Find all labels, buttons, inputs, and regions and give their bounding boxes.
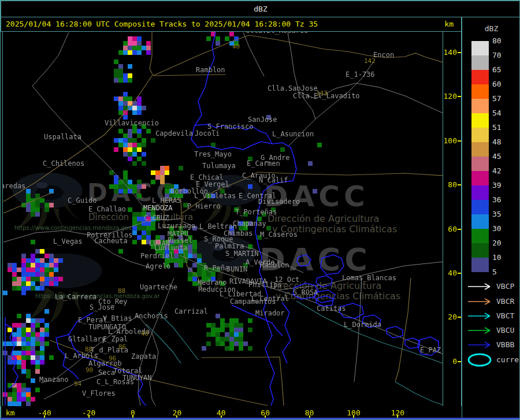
legend-swatch — [471, 157, 489, 171]
legend-swatch — [471, 243, 489, 258]
legend-panel: dBZ 807065605754514845423936353020105VBC… — [462, 17, 520, 418]
legend-swatch — [471, 185, 489, 200]
place-label: C_CRUZ — [144, 214, 169, 222]
place-label: Carrizal — [174, 308, 208, 315]
y-axis-tick-label: 60 — [443, 225, 457, 233]
legend-dbz-label: 70 — [492, 51, 512, 60]
place-label: Seca — [98, 369, 115, 377]
place-label: Catitas — [317, 305, 346, 313]
place-label: T_Porteñas — [235, 209, 277, 216]
y-axis-tick-label: 80 — [443, 180, 457, 189]
place-label: Zapata — [131, 353, 156, 360]
legend-swatch — [471, 70, 489, 84]
y-axis-tick-label: 120 — [443, 92, 457, 101]
bottom-status-bar — [1, 418, 520, 420]
place-label: L_Dormida — [344, 321, 381, 329]
place-label: Divisadero — [258, 198, 300, 206]
place-label: E_Challao — [88, 206, 126, 213]
current-legend-label: current — [496, 355, 520, 364]
y-axis-tick-label: 40 — [443, 269, 457, 277]
place-label: R_Peña — [204, 265, 229, 272]
place-label: Villavicencio — [105, 120, 159, 127]
y-axis: 140120100806040200 — [443, 32, 461, 406]
track-legend-label: VBCU — [496, 326, 514, 334]
legend-swatch — [471, 142, 489, 157]
vbcp-arrow-icon — [467, 283, 495, 291]
y-axis-tick-label: 100 — [443, 136, 457, 145]
legend-swatch — [471, 99, 489, 113]
legend-dbz-label: 30 — [492, 224, 512, 233]
place-label: E_Zpal — [103, 336, 128, 343]
place-label: Tres_Mayo — [194, 151, 232, 158]
place-label: Ramblon — [196, 66, 225, 74]
track-legend-label: VBBB — [496, 340, 514, 349]
place-label: Perdriel — [140, 252, 174, 260]
place-label: Chapanay — [233, 220, 266, 228]
place-label: V_Flores — [82, 390, 116, 397]
y-axis-tick-label: 0 — [443, 357, 457, 366]
legend-dbz-label: 39 — [492, 181, 512, 189]
x-axis-unit: km — [6, 408, 15, 417]
window-title: dBZ — [254, 5, 267, 13]
map-label-layer: Clla.El_RosarioRamblonEnconE_1-736Clla.S… — [3, 32, 443, 406]
place-label: L_Asuncion — [272, 131, 314, 138]
legend-swatch — [471, 258, 489, 272]
place-label: Jocoli — [195, 130, 220, 137]
legend-dbz-label: 42 — [492, 166, 512, 175]
legend-swatch — [471, 113, 489, 128]
legend-dbz-label: 5 — [492, 267, 512, 276]
place-label: Tulumaya — [202, 162, 236, 170]
place-label: Ramblon — [260, 262, 289, 269]
header-row: 2025/01/04 16:28:00 UTC Composite Tracks… — [1, 17, 462, 32]
place-label: L_Libertad — [220, 291, 261, 298]
legend-dbz-label: 65 — [492, 65, 512, 74]
legend-dbz-label: 45 — [492, 152, 512, 161]
place-label: L_Vegas — [53, 238, 83, 246]
legend-swatch — [471, 229, 489, 243]
place-label: La_Carrera — [55, 293, 96, 301]
legend-dbz-label: 48 — [492, 137, 512, 146]
legend-dbz-label: 80 — [492, 36, 512, 45]
place-label: Lunlunta — [154, 244, 188, 252]
vbbb-arrow-icon — [467, 341, 495, 349]
place-label: Manzano — [39, 376, 69, 384]
vbcu-arrow-icon — [467, 326, 495, 334]
legend-swatch — [471, 200, 489, 214]
legend-swatch — [471, 55, 489, 70]
place-label: MENDOZA — [143, 205, 173, 212]
place-label: Cacheuta — [94, 237, 128, 245]
legend-dbz-label: 36 — [492, 195, 512, 204]
legend-dbz-label: 51 — [492, 123, 512, 132]
legend-swatch — [471, 128, 489, 142]
window-title-bar: dBZ — [1, 1, 520, 17]
place-label: JUNIN — [226, 266, 247, 273]
place-label: V_Btias — [103, 315, 132, 322]
place-label: Gltallary — [68, 336, 106, 343]
place-label: Clla.El_Rosario — [246, 32, 308, 35]
legend-swatch — [471, 214, 489, 229]
place-label: L_HERAS — [152, 197, 181, 205]
place-label: S_MARTIN — [225, 250, 259, 258]
place-label: C_L_Rosas — [96, 378, 134, 386]
legend-dbz-label: 54 — [492, 109, 512, 117]
place-label: Anchoris — [135, 313, 168, 320]
legend-dbz-label: 35 — [492, 210, 512, 218]
place-label: Lomas_Blancas — [342, 274, 396, 282]
legend-dbz-label: 10 — [492, 253, 512, 262]
place-label: Ugarteche — [140, 284, 177, 291]
route-number-label: 40 — [141, 330, 148, 337]
route-number-label: 96 — [109, 355, 116, 362]
place-label: M_Caseros — [260, 231, 298, 239]
vbct-arrow-icon — [467, 312, 495, 320]
x-axis: km -40-20020406080100120 — [1, 406, 462, 418]
place-label: Capdevila — [155, 130, 193, 137]
place-label: C_Guido — [68, 197, 97, 205]
place-label: Agrelo — [146, 263, 170, 270]
route-number-label: 94 — [74, 380, 81, 388]
radar-application-window: dBZ 2025/01/04 16:28:00 UTC Composite Tr… — [0, 0, 520, 420]
place-label: E_Carmen — [247, 160, 280, 168]
route-number-label: 40 — [232, 43, 240, 50]
radar-map-viewport[interactable]: DACC Dirección de Agricultura https://ww… — [3, 32, 443, 406]
place-label: E_1-736 — [346, 71, 375, 79]
legend-swatch — [471, 84, 489, 99]
